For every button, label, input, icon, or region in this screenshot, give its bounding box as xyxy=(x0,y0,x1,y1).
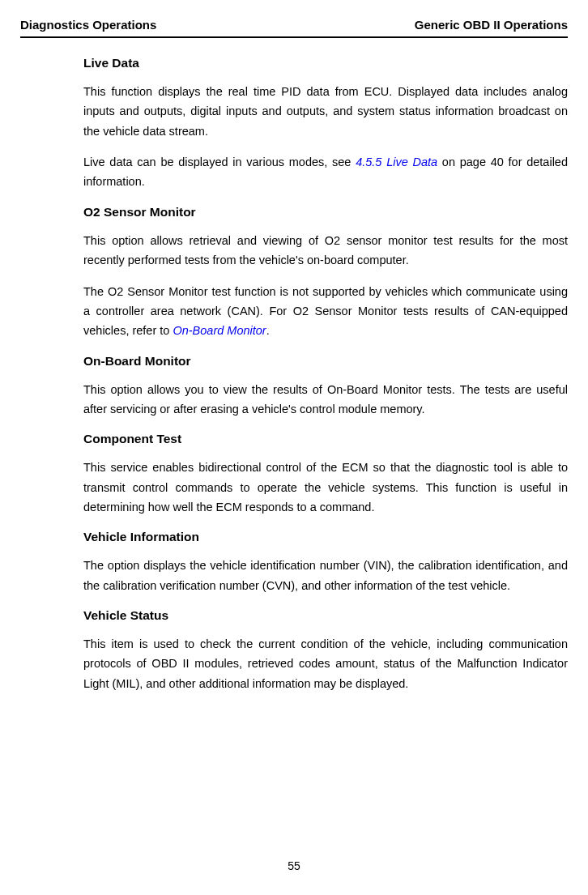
page-content: Live Data This function displays the rea… xyxy=(20,56,568,693)
paragraph-component-test-1: This service enables bidirectional contr… xyxy=(83,458,568,517)
text-pre: The O2 Sensor Monitor test function is n… xyxy=(83,285,568,338)
heading-o2-sensor: O2 Sensor Monitor xyxy=(83,205,568,219)
heading-vehicle-status: Vehicle Status xyxy=(83,608,568,623)
paragraph-vehicle-status-1: This item is used to check the current c… xyxy=(83,634,568,693)
page-header: Diagnostics Operations Generic OBD II Op… xyxy=(20,18,568,38)
heading-component-test: Component Test xyxy=(83,432,568,446)
paragraph-vehicle-info-1: The option displays the vehicle identifi… xyxy=(83,556,568,595)
link-onboard-monitor-ref[interactable]: On-Board Monitor xyxy=(173,324,266,337)
paragraph-on-board-1: This option allows you to view the resul… xyxy=(83,380,568,420)
heading-vehicle-info: Vehicle Information xyxy=(83,530,568,544)
link-live-data-ref[interactable]: 4.5.5 Live Data xyxy=(356,156,437,168)
page-number: 55 xyxy=(0,859,588,872)
header-left: Diagnostics Operations xyxy=(20,18,156,32)
header-right: Generic OBD II Operations xyxy=(415,18,568,32)
paragraph-o2-sensor-1: This option allows retrieval and viewing… xyxy=(83,231,568,271)
paragraph-live-data-1: This function displays the real time PID… xyxy=(83,82,568,141)
heading-on-board: On-Board Monitor xyxy=(83,354,568,369)
text-post: . xyxy=(266,324,270,337)
heading-live-data: Live Data xyxy=(83,56,568,70)
text-pre: Live data can be displayed in various mo… xyxy=(83,156,356,168)
paragraph-live-data-2: Live data can be displayed in various mo… xyxy=(83,152,568,192)
paragraph-o2-sensor-2: The O2 Sensor Monitor test function is n… xyxy=(83,282,568,341)
